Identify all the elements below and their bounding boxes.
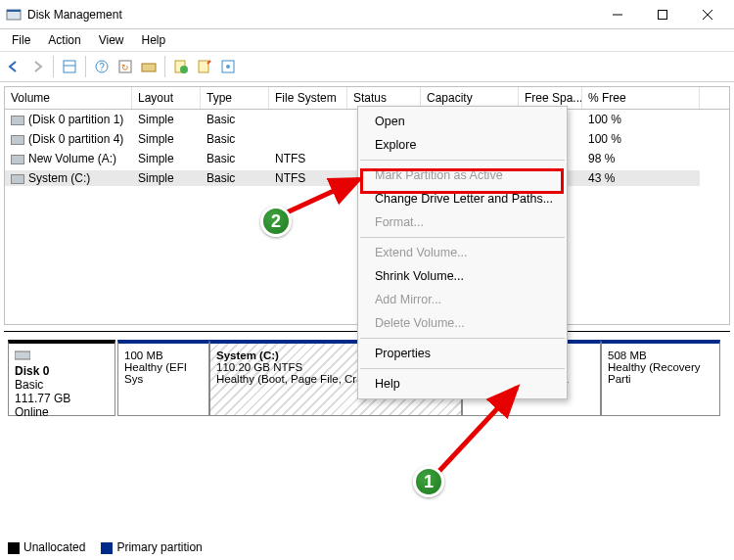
rescan-button[interactable] [139,57,159,76]
ctx-open[interactable]: Open [359,110,566,133]
volume-icon [11,135,24,145]
menubar: File Action View Help [0,29,734,51]
ctx-format: Format... [359,210,566,234]
disk-icon [15,350,30,361]
annotation-badge-1: 1 [413,466,444,497]
col-pct[interactable]: % Free [582,87,700,109]
ctx-extend: Extend Volume... [359,241,566,264]
col-layout[interactable]: Layout [132,87,201,109]
view-options-button[interactable] [60,57,79,76]
separator [164,56,165,77]
separator [85,56,86,77]
maximize-button[interactable] [640,2,685,27]
menu-view[interactable]: View [99,33,124,47]
volume-icon [11,155,24,164]
svg-rect-12 [142,64,156,71]
ctx-mirror: Add Mirror... [359,288,566,311]
ctx-properties[interactable]: Properties [359,342,566,365]
menu-file[interactable]: File [12,33,30,47]
partition[interactable]: 100 MB Healthy (EFI Sys [117,340,209,416]
svg-rect-6 [64,61,75,72]
annotation-badge-2: 2 [260,206,292,237]
svg-rect-15 [199,61,208,72]
context-menu: Open Explore Mark Partition as Active Ch… [357,106,568,399]
query-button[interactable] [171,57,191,76]
ctx-delete: Delete Volume... [359,311,566,335]
toolbar: ? ↻ [0,51,734,82]
svg-text:?: ? [99,62,105,72]
menu-help[interactable]: Help [142,33,166,47]
menu-action[interactable]: Action [48,33,80,47]
svg-rect-3 [659,10,667,19]
col-type[interactable]: Type [201,87,269,109]
volume-icon [11,116,24,125]
refresh-button[interactable]: ↻ [115,57,135,76]
svg-point-14 [180,66,188,73]
svg-text:↻: ↻ [121,63,129,72]
disk-info[interactable]: Disk 0 Basic 111.77 GB Online [8,340,115,416]
settings-button[interactable] [218,57,238,76]
ctx-shrink[interactable]: Shrink Volume... [359,264,566,288]
back-button[interactable] [4,57,23,76]
help-button[interactable]: ? [92,57,112,76]
ctx-explore[interactable]: Explore [359,133,566,157]
window-title: Disk Management [27,8,595,22]
forward-button[interactable] [27,57,47,76]
separator [53,56,54,77]
ctx-mark-active: Mark Partition as Active [359,163,566,187]
col-fs[interactable]: File System [269,87,347,109]
swatch-unallocated [8,542,20,554]
svg-rect-19 [15,351,30,359]
volume-icon [11,174,24,184]
minimize-button[interactable] [595,2,640,27]
properties-button[interactable] [195,57,214,76]
titlebar: Disk Management [0,0,734,29]
svg-rect-1 [7,10,21,12]
ctx-change-drive-letter[interactable]: Change Drive Letter and Paths... [359,187,566,210]
disk-mgmt-icon [6,7,22,23]
partition[interactable]: 508 MB Healthy (Recovery Parti [601,340,720,416]
legend: Unallocated Primary partition [8,540,203,554]
ctx-help[interactable]: Help [359,372,566,396]
svg-point-18 [226,65,230,69]
col-volume[interactable]: Volume [5,87,132,109]
swatch-primary [101,542,113,554]
close-button[interactable] [685,2,730,27]
